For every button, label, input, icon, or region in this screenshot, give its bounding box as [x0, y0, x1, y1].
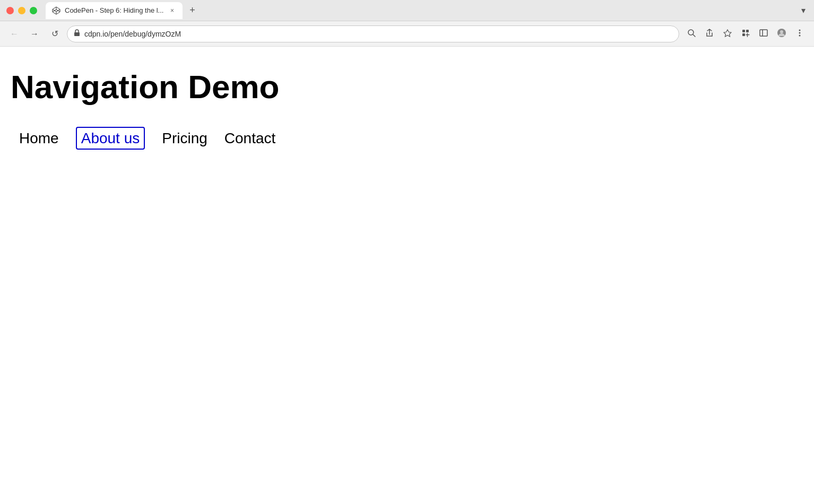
svg-rect-14: [760, 30, 767, 36]
reload-icon: ↺: [51, 29, 58, 39]
forward-icon: →: [30, 29, 39, 39]
sidebar-button[interactable]: [756, 26, 772, 42]
page-content: Navigation Demo Home About us Pricing Co…: [0, 47, 814, 504]
share-icon: [705, 29, 714, 39]
address-input[interactable]: [84, 30, 672, 38]
minimize-button[interactable]: [18, 7, 25, 14]
lock-icon: [74, 29, 80, 38]
nav-link-pricing[interactable]: Pricing: [162, 130, 207, 146]
back-icon: ←: [10, 29, 19, 39]
title-bar: CodePen - Step 6: Hiding the l... × + ▾: [0, 0, 814, 21]
tab-bar-end: ▾: [799, 3, 808, 18]
svg-point-20: [799, 35, 801, 37]
back-button[interactable]: ←: [6, 26, 22, 42]
codepen-favicon-icon: [52, 6, 60, 15]
main-navigation: Home About us Pricing Contact: [11, 127, 803, 150]
svg-rect-12: [746, 30, 749, 32]
nav-menu: Home About us Pricing Contact: [11, 127, 803, 150]
bookmark-icon: [723, 29, 732, 39]
tab-title: CodePen - Step 6: Hiding the l...: [65, 6, 163, 14]
browser-window: CodePen - Step 6: Hiding the l... × + ▾ …: [0, 0, 814, 504]
reload-button[interactable]: ↺: [47, 26, 63, 42]
forward-button[interactable]: →: [27, 26, 42, 42]
nav-link-home[interactable]: Home: [19, 130, 59, 146]
active-tab[interactable]: CodePen - Step 6: Hiding the l... ×: [46, 2, 183, 19]
extensions-button[interactable]: [738, 26, 754, 42]
svg-marker-10: [724, 30, 731, 37]
traffic-lights: [6, 7, 37, 14]
svg-rect-13: [742, 33, 745, 36]
profile-button[interactable]: [774, 26, 790, 42]
navigation-bar: ← → ↺: [0, 21, 814, 47]
nav-item-about[interactable]: About us: [67, 127, 154, 150]
menu-button[interactable]: [792, 26, 808, 42]
tab-close-button[interactable]: ×: [168, 6, 176, 15]
svg-point-19: [799, 32, 801, 34]
tab-bar: CodePen - Step 6: Hiding the l... × + ▾: [46, 2, 808, 19]
profile-icon: [777, 28, 786, 39]
svg-line-9: [693, 34, 695, 37]
svg-point-17: [780, 30, 783, 33]
svg-rect-11: [742, 30, 745, 32]
share-button[interactable]: [702, 26, 717, 42]
svg-rect-7: [74, 32, 80, 36]
bookmark-button[interactable]: [720, 26, 735, 42]
nav-item-home[interactable]: Home: [11, 127, 67, 150]
page-title: Navigation Demo: [11, 68, 803, 106]
nav-link-contact[interactable]: Contact: [224, 130, 276, 146]
nav-item-contact[interactable]: Contact: [216, 127, 284, 150]
address-bar-container[interactable]: [67, 25, 679, 42]
maximize-button[interactable]: [30, 7, 37, 14]
search-button[interactable]: [683, 26, 699, 42]
tab-list-chevron-icon[interactable]: ▾: [799, 3, 808, 18]
close-button[interactable]: [6, 7, 14, 14]
extensions-icon: [741, 29, 750, 39]
nav-link-about[interactable]: About us: [76, 127, 145, 150]
nav-item-pricing[interactable]: Pricing: [153, 127, 216, 150]
sidebar-icon: [759, 29, 768, 39]
svg-point-18: [799, 30, 801, 31]
nav-actions: [683, 26, 808, 42]
search-icon: [687, 29, 696, 39]
new-tab-button[interactable]: +: [185, 3, 200, 18]
menu-dots-icon: [795, 29, 804, 39]
